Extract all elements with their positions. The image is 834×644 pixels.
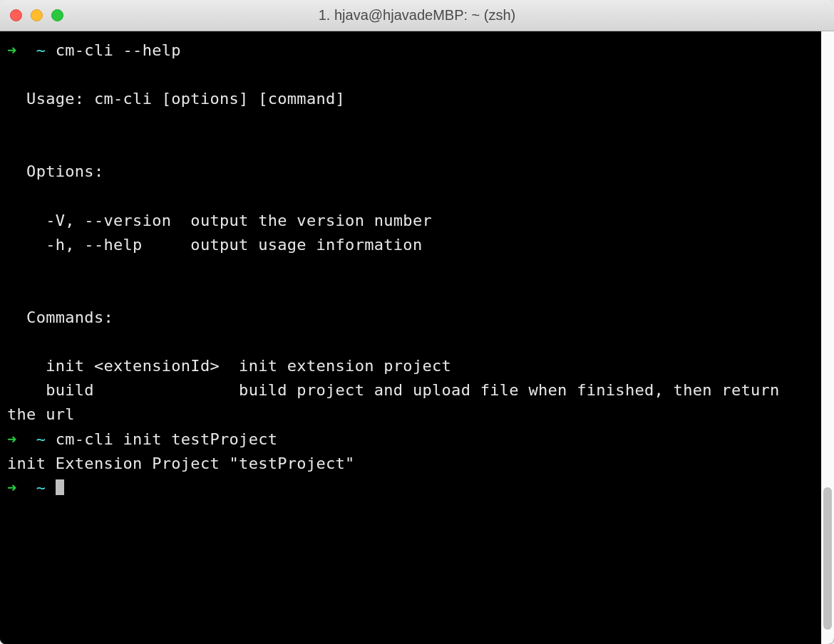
init-output: init Extension Project "testProject" bbox=[7, 455, 355, 472]
cursor bbox=[56, 479, 64, 495]
command-build: build build project and upload file when… bbox=[7, 381, 789, 423]
usage-line: Usage: cm-cli [options] [command] bbox=[7, 90, 345, 108]
commands-header: Commands: bbox=[7, 308, 113, 326]
terminal-container: ➜ ~ cm-cli --help Usage: cm-cli [options… bbox=[0, 31, 834, 644]
prompt-path: ~ bbox=[36, 479, 46, 497]
prompt-arrow-icon: ➜ bbox=[7, 430, 17, 448]
command-init: init <extensionId> init extension projec… bbox=[7, 357, 451, 375]
command-input: cm-cli --help bbox=[56, 41, 181, 59]
terminal-content[interactable]: ➜ ~ cm-cli --help Usage: cm-cli [options… bbox=[0, 31, 821, 644]
command-input: cm-cli init testProject bbox=[56, 430, 278, 448]
prompt-arrow-icon: ➜ bbox=[7, 479, 17, 497]
maximize-button[interactable] bbox=[51, 9, 63, 21]
prompt-path: ~ bbox=[36, 41, 46, 59]
window-title: 1. hjava@hjavadeMBP: ~ (zsh) bbox=[0, 7, 834, 24]
terminal-window: 1. hjava@hjavadeMBP: ~ (zsh) ➜ ~ cm-cli … bbox=[0, 0, 834, 644]
minimize-button[interactable] bbox=[31, 9, 43, 21]
scrollbar-thumb[interactable] bbox=[823, 487, 832, 630]
prompt-path: ~ bbox=[36, 430, 46, 448]
prompt-arrow-icon: ➜ bbox=[7, 41, 17, 59]
traffic-lights bbox=[0, 9, 63, 21]
titlebar[interactable]: 1. hjava@hjavadeMBP: ~ (zsh) bbox=[0, 0, 834, 31]
close-button[interactable] bbox=[10, 9, 22, 21]
options-header: Options: bbox=[7, 162, 103, 180]
option-help: -h, --help output usage information bbox=[7, 236, 422, 254]
option-version: -V, --version output the version number bbox=[7, 212, 432, 229]
scrollbar-track[interactable] bbox=[821, 31, 834, 644]
